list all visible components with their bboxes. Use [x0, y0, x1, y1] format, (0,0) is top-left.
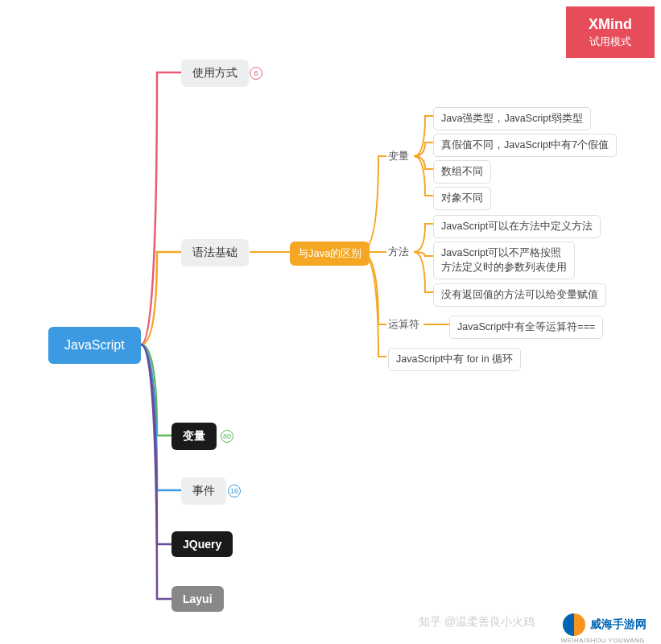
- footer-brand: 威海手游网: [563, 613, 647, 636]
- group-operator: 运算符: [388, 318, 419, 332]
- root-node[interactable]: JavaScript: [48, 327, 141, 364]
- footer-logo-icon: [563, 613, 585, 636]
- leaf-method-0[interactable]: JavaScript可以在方法中定义方法: [433, 215, 601, 238]
- leaf-var-3[interactable]: 对象不同: [433, 187, 491, 210]
- watermark-title: XMind: [589, 16, 632, 33]
- node-java-diff[interactable]: 与Java的区别: [290, 242, 370, 266]
- mindmap-canvas: JavaScript 使用方式 6 语法基础 变量 80 事件 16 JQuer…: [0, 0, 661, 644]
- leaf-var-1[interactable]: 真假值不同，JavaScript中有7个假值: [433, 134, 617, 157]
- leaf-var-0[interactable]: Java强类型，JavaScript弱类型: [433, 107, 591, 130]
- watermark-sub: 试用模式: [589, 35, 631, 49]
- footer-text: 威海手游网: [590, 617, 647, 632]
- leaf-method-1[interactable]: JavaScript可以不严格按照方法定义时的参数列表使用: [433, 242, 575, 279]
- badge-event: 16: [228, 485, 241, 497]
- node-variable[interactable]: 变量: [171, 423, 217, 450]
- badge-usage: 6: [250, 67, 262, 80]
- group-method: 方法: [388, 246, 409, 259]
- badge-variable: 80: [221, 430, 233, 443]
- leaf-forin[interactable]: JavaScript中有 for in 循环: [388, 348, 521, 371]
- root-label: JavaScript: [64, 338, 125, 352]
- xmind-watermark: XMind 试用模式: [566, 6, 655, 58]
- footer-subtext: WEIHAISHOU YOUWANG: [560, 637, 645, 644]
- zhihu-watermark: 知乎 @温柔善良小火鸡: [419, 615, 535, 630]
- node-syntax[interactable]: 语法基础: [181, 239, 249, 266]
- node-event[interactable]: 事件: [181, 477, 226, 505]
- leaf-method-2[interactable]: 没有返回值的方法可以给变量赋值: [433, 283, 606, 307]
- leaf-operator-0[interactable]: JavaScript中有全等运算符===: [449, 316, 603, 339]
- node-jquery[interactable]: JQuery: [171, 531, 233, 557]
- node-usage[interactable]: 使用方式: [181, 60, 249, 87]
- leaf-var-2[interactable]: 数组不同: [433, 160, 491, 184]
- group-variable: 变量: [388, 150, 409, 163]
- node-layui[interactable]: Layui: [171, 586, 224, 612]
